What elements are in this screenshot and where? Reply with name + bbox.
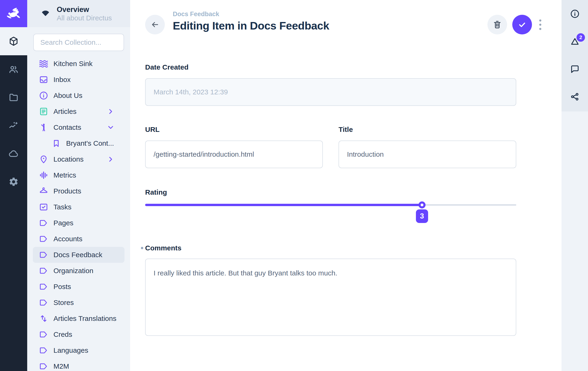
date-created-label: Date Created bbox=[145, 63, 516, 72]
date-created-input[interactable] bbox=[145, 78, 516, 106]
sidebar-item-pages[interactable]: Pages bbox=[33, 215, 125, 231]
bookmark-icon bbox=[52, 139, 61, 148]
save-item-button[interactable] bbox=[512, 15, 532, 34]
sidebar-item-tasks[interactable]: Tasks bbox=[33, 199, 125, 215]
inbox-icon bbox=[39, 75, 48, 84]
waves-icon bbox=[39, 59, 48, 68]
project-subtitle: All about Directus bbox=[57, 14, 112, 22]
info-icon bbox=[570, 9, 580, 19]
title-field: Title bbox=[338, 125, 516, 168]
sidebar-item-m2m[interactable]: M2M bbox=[33, 358, 125, 371]
sidebar-item-products[interactable]: Products bbox=[33, 183, 125, 199]
arrow-left-icon bbox=[150, 20, 160, 29]
title-label: Title bbox=[338, 125, 516, 134]
label-icon bbox=[39, 330, 48, 339]
project-header[interactable]: Overview All about Directus bbox=[27, 0, 130, 27]
header-actions bbox=[487, 15, 543, 34]
slider-fill bbox=[145, 204, 422, 206]
settings-module[interactable] bbox=[0, 168, 27, 196]
item-form: Date Created URL Title Rating bbox=[145, 63, 516, 337]
share-button[interactable] bbox=[562, 83, 588, 110]
sidebar-item-about-us[interactable]: About Us bbox=[33, 88, 125, 103]
main-content: Docs Feedback Editing Item in Docs Feedb… bbox=[130, 0, 562, 371]
module-bar bbox=[0, 0, 27, 371]
url-label: URL bbox=[145, 125, 323, 134]
url-field: URL bbox=[145, 125, 323, 168]
search-collection-input[interactable] bbox=[33, 34, 124, 51]
sidebar-item-locations[interactable]: Locations bbox=[33, 151, 125, 167]
comments-label: Comments bbox=[145, 244, 181, 252]
sidebar-item-kitchen-sink[interactable]: Kitchen Sink bbox=[33, 56, 125, 72]
hanger-icon bbox=[39, 186, 48, 196]
task-icon bbox=[39, 202, 48, 212]
revisions-button[interactable]: 2 bbox=[562, 28, 588, 55]
comments-textarea[interactable]: I really liked this article. But that gu… bbox=[145, 259, 516, 336]
kebab-menu-icon bbox=[539, 20, 541, 21]
sidebar-item-bryant-s-cont[interactable]: Bryant's Cont... bbox=[33, 135, 125, 151]
sidebar-buttons: 2 bbox=[562, 0, 588, 111]
sidebar-item-articles-translations[interactable]: Articles Translations bbox=[33, 311, 125, 327]
revisions-count-badge: 2 bbox=[577, 33, 585, 42]
collections-sidebar: Overview All about Directus Kitchen Sink… bbox=[27, 0, 130, 371]
directus-app: Overview All about Directus Kitchen Sink… bbox=[0, 0, 588, 371]
rating-slider[interactable]: 3 bbox=[145, 201, 516, 209]
cloud-module[interactable] bbox=[0, 140, 27, 168]
label-icon bbox=[39, 218, 48, 228]
equalizer-icon bbox=[39, 170, 48, 180]
sidebar-item-articles[interactable]: Articles bbox=[33, 103, 125, 120]
more-options-button[interactable] bbox=[537, 15, 543, 34]
sidebar-item-posts[interactable]: Posts bbox=[33, 279, 125, 295]
item-info-button[interactable] bbox=[562, 0, 588, 28]
edited-indicator-dot bbox=[141, 247, 143, 249]
info-icon bbox=[39, 91, 48, 100]
search-wrap bbox=[27, 27, 130, 56]
cloud-icon bbox=[9, 149, 19, 159]
label-icon bbox=[39, 346, 48, 355]
rabbit-logo-icon bbox=[5, 5, 22, 22]
page-titles: Docs Feedback Editing Item in Docs Feedb… bbox=[173, 10, 329, 32]
breadcrumb[interactable]: Docs Feedback bbox=[173, 10, 329, 18]
person-icon bbox=[39, 123, 48, 132]
back-button[interactable] bbox=[145, 15, 165, 34]
folder-icon bbox=[9, 92, 19, 103]
label-icon bbox=[39, 362, 48, 371]
insights-icon bbox=[9, 120, 19, 131]
sidebar-item-stores[interactable]: Stores bbox=[33, 295, 125, 311]
comments-field: Comments I really liked this article. Bu… bbox=[145, 244, 516, 337]
check-icon bbox=[517, 20, 527, 30]
url-input[interactable] bbox=[145, 140, 323, 168]
rating-label: Rating bbox=[145, 188, 516, 197]
sidebar-item-organization[interactable]: Organization bbox=[33, 263, 125, 279]
sidebar-item-inbox[interactable]: Inbox bbox=[33, 72, 125, 88]
users-icon bbox=[9, 64, 19, 74]
comments-button[interactable] bbox=[562, 55, 588, 83]
directus-rabbit-logo[interactable] bbox=[0, 0, 27, 27]
sidebar-item-languages[interactable]: Languages bbox=[33, 342, 125, 358]
comment-icon bbox=[570, 64, 580, 74]
pin-icon bbox=[39, 155, 48, 164]
label-icon bbox=[39, 266, 48, 275]
label-icon bbox=[39, 282, 48, 291]
chevron-right-icon bbox=[107, 108, 115, 115]
trash-icon bbox=[492, 20, 502, 30]
title-input[interactable] bbox=[338, 140, 516, 168]
files-module[interactable] bbox=[0, 83, 27, 111]
label-icon bbox=[39, 234, 48, 244]
users-module[interactable] bbox=[0, 55, 27, 83]
sidebar-item-creds[interactable]: Creds bbox=[33, 327, 125, 342]
rating-field: Rating 3 bbox=[145, 188, 516, 209]
content-module[interactable] bbox=[0, 27, 27, 55]
slider-thumb[interactable] bbox=[419, 201, 426, 209]
date-created-field: Date Created bbox=[145, 63, 516, 106]
page-title: Editing Item in Docs Feedback bbox=[173, 19, 329, 32]
sidebar-item-accounts[interactable]: Accounts bbox=[33, 231, 125, 247]
sidebar-item-docs-feedback[interactable]: Docs Feedback bbox=[33, 247, 125, 263]
cube-icon bbox=[9, 36, 19, 46]
delete-item-button[interactable] bbox=[487, 15, 507, 34]
sidebar-item-contacts[interactable]: Contacts bbox=[33, 120, 125, 135]
share-icon bbox=[570, 92, 580, 102]
sidebar-item-metrics[interactable]: Metrics bbox=[33, 167, 125, 183]
slider-value-badge: 3 bbox=[416, 209, 428, 223]
fan-icon bbox=[40, 9, 51, 19]
insights-module[interactable] bbox=[0, 111, 27, 140]
